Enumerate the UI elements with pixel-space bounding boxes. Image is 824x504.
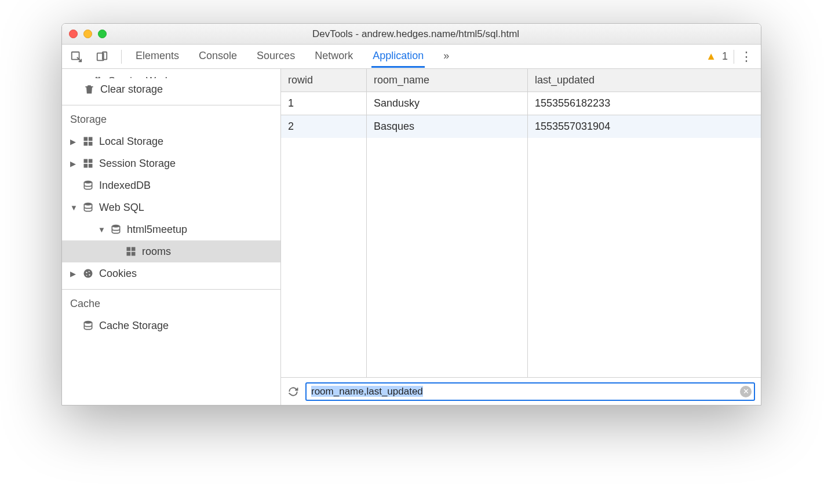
tab-sources[interactable]: Sources bbox=[256, 45, 296, 68]
devtools-window: DevTools - andrew.hedges.name/html5/sql.… bbox=[61, 23, 761, 406]
svg-rect-4 bbox=[89, 137, 93, 141]
svg-rect-17 bbox=[132, 252, 136, 256]
column-header-room-name[interactable]: room_name bbox=[367, 69, 528, 92]
svg-rect-9 bbox=[84, 164, 88, 168]
sidebar-item-web-sql[interactable]: ▼ Web SQL bbox=[62, 196, 280, 218]
table-cell[interactable]: Basques bbox=[367, 115, 528, 138]
sidebar-item-label: Clear storage bbox=[100, 83, 163, 96]
svg-point-22 bbox=[86, 275, 87, 276]
svg-point-12 bbox=[84, 203, 92, 206]
table-cell[interactable]: Sandusky bbox=[367, 92, 528, 115]
sidebar-item-local-storage[interactable]: ▶ Local Storage bbox=[62, 130, 280, 152]
inspect-element-icon[interactable] bbox=[70, 50, 83, 63]
gear-icon bbox=[91, 75, 104, 78]
table-cell[interactable]: 1553556182233 bbox=[528, 92, 761, 115]
warning-icon[interactable]: ▲ bbox=[706, 50, 716, 63]
table-cell[interactable]: 1553557031904 bbox=[528, 115, 761, 138]
sidebar-item-label: rooms bbox=[142, 246, 171, 258]
tab-application[interactable]: Application bbox=[371, 45, 425, 68]
toolbar-divider bbox=[734, 50, 734, 64]
sidebar-item-cache-storage[interactable]: ▶ Cache Storage bbox=[62, 315, 280, 337]
table-column-spacer bbox=[528, 138, 761, 377]
database-icon bbox=[82, 179, 94, 192]
storage-icon bbox=[82, 157, 94, 170]
svg-rect-6 bbox=[89, 142, 93, 146]
svg-rect-3 bbox=[84, 137, 88, 141]
database-icon bbox=[82, 201, 94, 214]
sidebar-item-label: Web SQL bbox=[99, 202, 144, 214]
sidebar-item-label: Local Storage bbox=[99, 136, 163, 148]
storage-icon bbox=[82, 135, 94, 148]
device-toolbar-icon[interactable] bbox=[96, 50, 108, 63]
sidebar-item-cookies[interactable]: ▶ Cookies bbox=[62, 262, 280, 284]
table-column-spacer bbox=[281, 138, 367, 377]
table-column-spacer bbox=[367, 138, 528, 377]
sidebar-item-clear-storage[interactable]: Clear storage bbox=[62, 78, 280, 100]
sidebar-item-indexeddb[interactable]: ▶ IndexedDB bbox=[62, 174, 280, 196]
refresh-icon[interactable] bbox=[287, 385, 300, 398]
table-view: rowid room_name last_updated 1 Sandusky … bbox=[281, 69, 761, 405]
svg-point-11 bbox=[84, 181, 92, 184]
sidebar-item-label: Cache Storage bbox=[99, 320, 169, 332]
query-bar: room_name,last_updated ✕ bbox=[281, 377, 761, 405]
panel-tabs: Elements Console Sources Network Applica… bbox=[134, 45, 450, 68]
svg-rect-15 bbox=[132, 247, 136, 251]
svg-point-18 bbox=[84, 269, 93, 278]
svg-point-13 bbox=[112, 225, 119, 228]
table-icon bbox=[125, 245, 137, 258]
columns-filter-input[interactable] bbox=[305, 382, 755, 401]
svg-point-21 bbox=[89, 274, 90, 275]
chevron-right-icon: ▶ bbox=[70, 159, 77, 168]
sidebar-item-label: Session Storage bbox=[99, 158, 176, 170]
svg-point-23 bbox=[84, 321, 92, 324]
titlebar: DevTools - andrew.hedges.name/html5/sql.… bbox=[62, 24, 761, 45]
toolbar-divider bbox=[121, 50, 122, 64]
close-window-button[interactable] bbox=[69, 30, 78, 38]
cookie-icon bbox=[82, 267, 94, 280]
application-sidebar: Service Workers Clear storage Storage ▶ … bbox=[62, 69, 281, 405]
devtools-toolbar: Elements Console Sources Network Applica… bbox=[62, 45, 761, 69]
sidebar-item-label: Cookies bbox=[99, 268, 137, 280]
warning-count: 1 bbox=[722, 50, 728, 63]
chevron-down-icon: ▼ bbox=[98, 225, 105, 234]
tab-console[interactable]: Console bbox=[198, 45, 238, 68]
sidebar-item-database[interactable]: ▼ html5meetup bbox=[62, 218, 280, 240]
trash-icon bbox=[83, 83, 96, 96]
database-icon bbox=[82, 319, 94, 332]
column-header-last-updated[interactable]: last_updated bbox=[528, 69, 761, 92]
chevron-right-icon: ▶ bbox=[70, 269, 77, 278]
database-icon bbox=[110, 223, 122, 236]
clear-input-icon[interactable]: ✕ bbox=[740, 386, 752, 397]
svg-rect-7 bbox=[84, 159, 88, 163]
svg-point-20 bbox=[89, 271, 90, 272]
svg-point-19 bbox=[86, 272, 87, 273]
sidebar-item-label: html5meetup bbox=[127, 224, 187, 236]
sidebar-item-service-workers[interactable]: Service Workers bbox=[62, 72, 280, 78]
chevron-down-icon: ▼ bbox=[70, 203, 77, 212]
column-header-rowid[interactable]: rowid bbox=[281, 69, 367, 92]
tab-elements[interactable]: Elements bbox=[134, 45, 180, 68]
svg-rect-5 bbox=[84, 142, 88, 146]
svg-rect-16 bbox=[127, 252, 131, 256]
more-options-icon[interactable]: ⋮ bbox=[740, 49, 753, 64]
svg-rect-10 bbox=[89, 164, 93, 168]
sidebar-section-cache: Cache bbox=[62, 293, 280, 315]
tab-network[interactable]: Network bbox=[313, 45, 354, 68]
window-title: DevTools - andrew.hedges.name/html5/sql.… bbox=[78, 28, 754, 40]
table-cell[interactable]: 2 bbox=[281, 115, 367, 138]
chevron-right-icon: ▶ bbox=[70, 137, 77, 146]
sidebar-item-table-rooms[interactable]: rooms bbox=[62, 240, 280, 262]
sidebar-item-session-storage[interactable]: ▶ Session Storage bbox=[62, 152, 280, 174]
svg-rect-14 bbox=[127, 247, 131, 251]
sidebar-item-label: IndexedDB bbox=[99, 180, 151, 192]
sidebar-section-storage: Storage bbox=[62, 109, 280, 130]
svg-rect-8 bbox=[89, 159, 93, 163]
tab-overflow-icon[interactable]: » bbox=[442, 45, 450, 68]
table-cell[interactable]: 1 bbox=[281, 92, 367, 115]
